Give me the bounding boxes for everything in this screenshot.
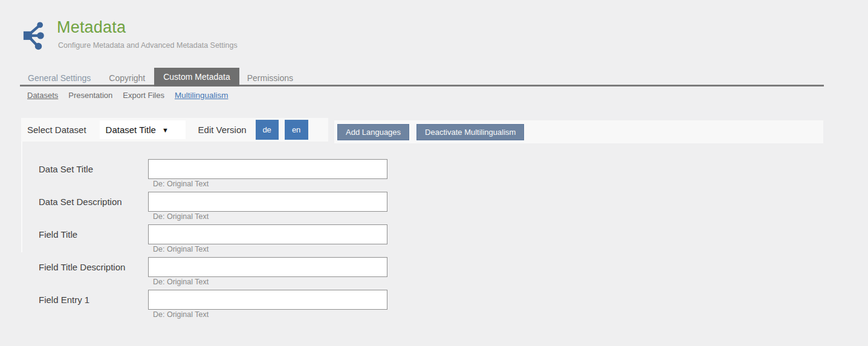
subnav: Datasets Presentation Export Files Multi… — [27, 91, 228, 100]
form-row-field-title-description: Field Title Description De: Original Tex… — [22, 257, 421, 286]
page-subtitle: Configure Metadata and Advanced Metadata… — [58, 41, 238, 50]
edit-version-label: Edit Version — [198, 125, 247, 135]
field-label: Data Set Title — [22, 159, 148, 188]
language-button-de[interactable]: de — [256, 120, 279, 140]
dropdown-caret-icon: ▼ — [162, 126, 169, 134]
dataset-toolbar: Select Dataset Dataset Title ▼ Edit Vers… — [21, 118, 328, 142]
form-row-dataset-title: Data Set Title De: Original Text — [22, 159, 421, 188]
tab-copyright[interactable]: Copyright — [101, 70, 153, 86]
language-button-en[interactable]: en — [285, 120, 308, 140]
field-helper-text: De: Original Text — [153, 278, 387, 286]
form-row-field-title: Field Title De: Original Text — [22, 224, 421, 253]
deactivate-multilingualism-button[interactable]: Deactivate Multilingualism — [416, 124, 524, 140]
form-row-dataset-description: Data Set Description De: Original Text — [22, 192, 421, 221]
subnav-export-files[interactable]: Export Files — [123, 91, 164, 100]
language-actions-toolbar: Add Languages Deactivate Multilingualism — [334, 120, 823, 143]
tab-custom-metadata[interactable]: Custom Metadata — [154, 68, 239, 86]
field-label: Field Entry 1 — [22, 290, 148, 319]
tab-general-settings[interactable]: General Settings — [20, 70, 99, 86]
field-label: Field Title — [22, 224, 148, 253]
page-header: Metadata Configure Metadata and Advanced… — [23, 18, 238, 51]
tab-permissions[interactable]: Permissions — [239, 70, 301, 86]
dataset-description-input[interactable] — [148, 192, 387, 212]
tab-bar: General Settings Copyright Custom Metada… — [20, 68, 824, 86]
field-helper-text: De: Original Text — [153, 212, 387, 221]
subnav-presentation[interactable]: Presentation — [68, 91, 112, 100]
subnav-datasets[interactable]: Datasets — [27, 91, 58, 100]
dataset-title-input[interactable] — [148, 159, 387, 179]
field-label: Data Set Description — [22, 192, 148, 221]
metadata-settings-page: Metadata Configure Metadata and Advanced… — [0, 0, 868, 346]
dataset-dropdown[interactable]: Dataset Title ▼ — [100, 120, 186, 139]
field-title-description-input[interactable] — [148, 257, 387, 277]
field-helper-text: De: Original Text — [153, 245, 387, 253]
subnav-multilingualism[interactable]: Multilingualism — [175, 91, 228, 100]
field-helper-text: De: Original Text — [153, 180, 387, 188]
form-row-field-entry-1: Field Entry 1 De: Original Text — [22, 290, 421, 319]
field-helper-text: De: Original Text — [153, 310, 387, 319]
page-title: Metadata — [57, 18, 238, 37]
field-title-input[interactable] — [148, 224, 387, 244]
dataset-dropdown-value: Dataset Title — [106, 125, 156, 135]
select-dataset-label: Select Dataset — [27, 125, 86, 135]
add-languages-button[interactable]: Add Languages — [337, 124, 409, 140]
translation-form: Data Set Title De: Original Text Data Se… — [22, 159, 421, 322]
field-label: Field Title Description — [22, 257, 148, 286]
field-entry-1-input[interactable] — [148, 290, 387, 310]
share-icon — [23, 19, 50, 51]
